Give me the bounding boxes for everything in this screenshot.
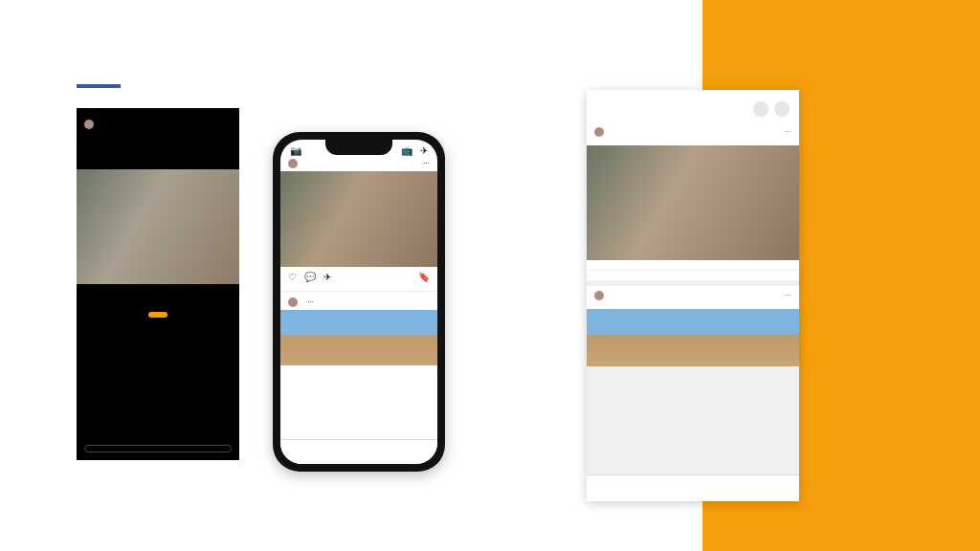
story-media[interactable] bbox=[77, 169, 239, 284]
phone-notch bbox=[325, 140, 392, 155]
post-media[interactable] bbox=[280, 171, 437, 267]
more-icon[interactable]: ⋯ bbox=[785, 292, 791, 299]
bookmark-icon[interactable]: 🔖 bbox=[418, 272, 430, 282]
title-underline bbox=[77, 84, 121, 88]
instagram-phone-frame: 📷 📺 ✈ ⋯ ♡ 💬 ✈ 🔖 bbox=[273, 132, 445, 472]
post-actions bbox=[587, 271, 799, 280]
more-icon[interactable]: ⋯ bbox=[785, 128, 791, 136]
fb-post-1: ⋯ bbox=[587, 122, 799, 280]
avatar[interactable] bbox=[288, 159, 298, 168]
ig-story-screenshot bbox=[77, 108, 239, 460]
facebook-header bbox=[587, 99, 799, 122]
post2-header[interactable]: ⋯ bbox=[280, 291, 437, 310]
search-icon[interactable] bbox=[753, 101, 768, 117]
igtv-icon[interactable]: 📺 bbox=[401, 145, 412, 156]
status-bar bbox=[587, 90, 799, 98]
story-header bbox=[77, 114, 239, 135]
post-actions: ♡ 💬 ✈ 🔖 bbox=[280, 267, 437, 287]
facebook-screenshot: ⋯ bbox=[587, 90, 799, 501]
avatar[interactable] bbox=[84, 120, 94, 129]
camera-icon[interactable]: 📷 bbox=[290, 145, 301, 156]
direct-icon[interactable]: ✈ bbox=[420, 145, 428, 156]
send-message-input[interactable] bbox=[84, 445, 232, 452]
story-title-block bbox=[77, 135, 239, 169]
avatar[interactable] bbox=[594, 291, 604, 300]
post-media[interactable] bbox=[587, 309, 799, 366]
post-header[interactable]: ⋯ bbox=[587, 286, 799, 305]
free-watch-button[interactable] bbox=[148, 312, 167, 318]
avatar[interactable] bbox=[594, 127, 604, 137]
more-icon[interactable]: ⋯ bbox=[307, 298, 314, 306]
facebook-tabbar bbox=[587, 474, 799, 501]
instagram-screen: 📷 📺 ✈ ⋯ ♡ 💬 ✈ 🔖 bbox=[280, 140, 437, 464]
messenger-icon[interactable] bbox=[774, 101, 790, 117]
post2-media[interactable] bbox=[280, 310, 437, 365]
avatar[interactable] bbox=[288, 298, 298, 307]
post-media[interactable] bbox=[587, 145, 799, 260]
hashtag bbox=[77, 284, 239, 288]
like-icon[interactable]: ♡ bbox=[288, 272, 297, 282]
post-stats[interactable] bbox=[587, 260, 799, 271]
more-icon[interactable]: ⋯ bbox=[423, 160, 430, 167]
fb-post-2: ⋯ bbox=[587, 286, 799, 366]
instagram-tabbar bbox=[280, 439, 437, 464]
comment-icon[interactable]: 💬 bbox=[304, 272, 316, 282]
post-header[interactable]: ⋯ bbox=[587, 122, 799, 142]
story-cta bbox=[77, 312, 239, 319]
post-header[interactable]: ⋯ bbox=[280, 156, 437, 171]
share-icon[interactable]: ✈ bbox=[323, 272, 331, 282]
